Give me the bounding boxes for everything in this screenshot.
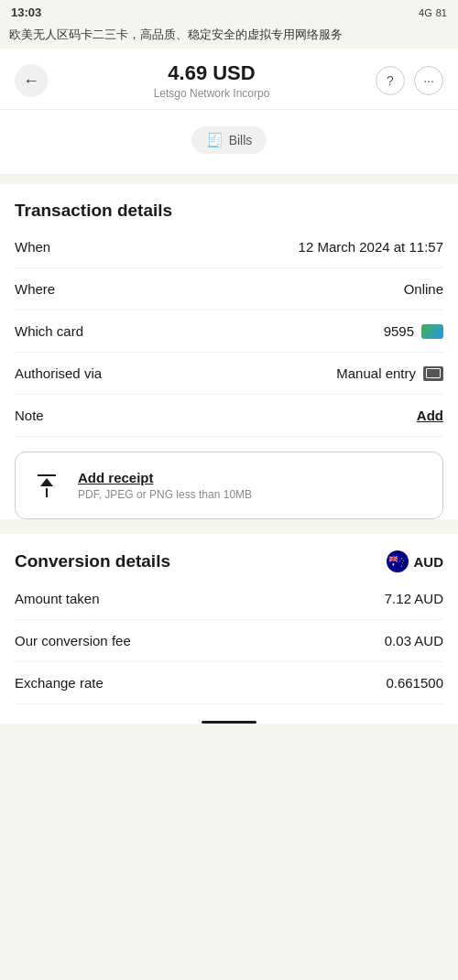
currency-label: AUD — [414, 554, 444, 570]
bottom-divider — [202, 721, 256, 724]
amount-taken-row: Amount taken 7.12 AUD — [15, 578, 443, 620]
where-row: Where Online — [15, 268, 443, 310]
more-icon: ··· — [423, 73, 434, 88]
conversion-details-section: Conversion details 🇦🇺 AUD Amount taken 7… — [0, 534, 458, 724]
amount-taken-value: 7.12 AUD — [385, 591, 443, 606]
category-label: Bills — [229, 133, 253, 147]
more-button[interactable]: ··· — [414, 66, 443, 95]
exchange-rate-value: 0.661500 — [386, 675, 443, 691]
status-time: 13:03 — [11, 5, 41, 19]
when-value: 12 March 2024 at 11:57 — [299, 239, 443, 255]
conversion-header: Conversion details 🇦🇺 AUD — [15, 534, 443, 578]
status-bar: 13:03 4G 81 — [0, 0, 458, 25]
where-label: Where — [15, 281, 55, 297]
authorised-via-label: Authorised via — [15, 365, 102, 381]
upload-line — [38, 474, 56, 476]
when-row: When 12 March 2024 at 11:57 — [15, 226, 443, 268]
header-actions: ? ··· — [376, 66, 443, 95]
which-card-row: Which card 9595 — [15, 310, 443, 353]
conversion-fee-value: 0.03 AUD — [385, 633, 443, 648]
upload-icon — [30, 469, 63, 502]
exchange-rate-label: Exchange rate — [15, 675, 104, 691]
merchant-name: Letsgo Network Incorpo — [154, 87, 270, 100]
help-button[interactable]: ? — [376, 66, 405, 95]
when-label: When — [15, 239, 50, 255]
amount-taken-label: Amount taken — [15, 591, 100, 606]
which-card-value: 9595 — [384, 323, 443, 339]
note-label: Note — [15, 408, 44, 423]
add-note-button[interactable]: Add — [417, 408, 443, 423]
authorised-via-row: Authorised via Manual entry — [15, 353, 443, 395]
upload-stem — [46, 488, 48, 497]
header-center: 4.69 USD Letsgo Network Incorpo — [154, 61, 270, 100]
conversion-details-title: Conversion details — [15, 551, 170, 572]
help-icon: ? — [387, 73, 394, 88]
conversion-fee-row: Our conversion fee 0.03 AUD — [15, 620, 443, 662]
transaction-amount: 4.69 USD — [154, 61, 270, 85]
upload-arrow — [40, 478, 53, 486]
category-area: 🧾 Bills — [0, 110, 458, 175]
back-icon: ← — [23, 71, 39, 91]
receipt-subtitle: PDF, JPEG or PNG less than 10MB — [78, 488, 252, 501]
back-button[interactable]: ← — [15, 64, 48, 97]
category-pill[interactable]: 🧾 Bills — [191, 126, 267, 154]
receipt-title: Add receipt — [78, 470, 252, 485]
signal-strength: 81 — [436, 7, 447, 18]
header: ← 4.69 USD Letsgo Network Incorpo ? ··· — [0, 49, 458, 110]
exchange-rate-row: Exchange rate 0.661500 — [15, 662, 443, 704]
where-value: Online — [404, 281, 443, 297]
transaction-details-title: Transaction details — [15, 184, 443, 226]
ad-banner: 欧美无人区码卡二三卡，高品质、稳定安全的虚拟专用网络服务 — [0, 25, 458, 49]
authorised-via-value: Manual entry — [336, 365, 443, 381]
receipt-text-group: Add receipt PDF, JPEG or PNG less than 1… — [78, 470, 252, 501]
card-chip-icon — [421, 324, 443, 339]
note-row: Note Add — [15, 395, 443, 437]
conversion-currency: 🇦🇺 AUD — [387, 550, 444, 572]
conversion-fee-label: Our conversion fee — [15, 633, 131, 648]
transaction-details-section: Transaction details When 12 March 2024 a… — [0, 184, 458, 519]
bills-icon: 🧾 — [206, 132, 224, 148]
which-card-label: Which card — [15, 323, 83, 339]
add-receipt-button[interactable]: Add receipt PDF, JPEG or PNG less than 1… — [15, 452, 443, 519]
manual-entry-icon — [423, 366, 443, 381]
network-indicator: 4G — [419, 7, 432, 18]
status-icons: 4G 81 — [419, 7, 447, 18]
aud-flag-icon: 🇦🇺 — [387, 550, 409, 572]
